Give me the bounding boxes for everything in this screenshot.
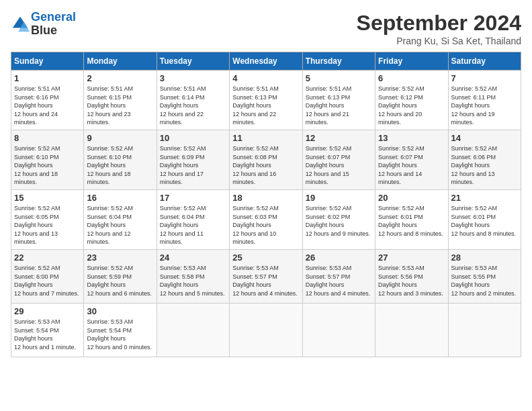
day-info-12: Sunrise: 5:52 AMSunset: 6:07 PMDaylight … bbox=[306, 144, 372, 187]
day-info-6: Sunrise: 5:52 AMSunset: 6:12 PMDaylight … bbox=[378, 85, 445, 127]
day-number-15: 15 bbox=[14, 193, 81, 203]
day-info-24: Sunrise: 5:53 AMSunset: 5:58 PMDaylight … bbox=[160, 264, 226, 298]
day-number-16: 16 bbox=[87, 193, 153, 203]
day-cell-27: 27 Sunrise: 5:53 AMSunset: 5:56 PMDaylig… bbox=[375, 249, 448, 303]
empty-cell bbox=[230, 303, 302, 357]
calendar-row: 22 Sunrise: 5:52 AMSunset: 6:00 PMDaylig… bbox=[11, 249, 521, 303]
day-cell-28: 28 Sunrise: 5:53 AMSunset: 5:55 PMDaylig… bbox=[448, 249, 521, 303]
day-info-29: Sunrise: 5:53 AMSunset: 5:54 PMDaylight … bbox=[14, 318, 81, 351]
col-wednesday: Wednesday bbox=[230, 52, 302, 71]
day-info-10: Sunrise: 5:52 AMSunset: 6:09 PMDaylight … bbox=[160, 144, 226, 187]
day-cell-5: 5 Sunrise: 5:51 AMSunset: 6:13 PMDayligh… bbox=[302, 71, 375, 130]
day-info-20: Sunrise: 5:52 AMSunset: 6:01 PMDaylight … bbox=[378, 204, 445, 238]
day-number-10: 10 bbox=[160, 133, 226, 143]
day-cell-7: 7 Sunrise: 5:52 AMSunset: 6:11 PMDayligh… bbox=[448, 71, 521, 130]
day-number-8: 8 bbox=[14, 133, 81, 143]
day-number-3: 3 bbox=[160, 73, 226, 83]
header-row: Sunday Monday Tuesday Wednesday Thursday… bbox=[11, 52, 521, 71]
day-cell-3: 3 Sunrise: 5:51 AMSunset: 6:14 PMDayligh… bbox=[157, 71, 229, 130]
day-number-11: 11 bbox=[232, 133, 299, 143]
day-cell-10: 10 Sunrise: 5:52 AMSunset: 6:09 PMDaylig… bbox=[157, 130, 229, 189]
day-cell-8: 8 Sunrise: 5:52 AMSunset: 6:10 PMDayligh… bbox=[11, 130, 84, 189]
logo-icon bbox=[11, 15, 30, 34]
day-number-18: 18 bbox=[232, 193, 299, 203]
calendar-table: Sunday Monday Tuesday Wednesday Thursday… bbox=[11, 52, 521, 357]
day-cell-26: 26 Sunrise: 5:53 AMSunset: 5:57 PMDaylig… bbox=[302, 249, 375, 303]
day-cell-29: 29 Sunrise: 5:53 AMSunset: 5:54 PMDaylig… bbox=[11, 303, 84, 357]
day-number-29: 29 bbox=[14, 306, 81, 316]
day-info-1: Sunrise: 5:51 AMSunset: 6:16 PMDaylight … bbox=[14, 85, 81, 127]
page-header: General Blue September 2024 Prang Ku, Si… bbox=[11, 11, 521, 46]
col-thursday: Thursday bbox=[302, 52, 375, 71]
day-number-21: 21 bbox=[451, 193, 518, 203]
day-cell-6: 6 Sunrise: 5:52 AMSunset: 6:12 PMDayligh… bbox=[375, 71, 448, 130]
day-info-22: Sunrise: 5:52 AMSunset: 6:00 PMDaylight … bbox=[14, 264, 81, 298]
day-number-7: 7 bbox=[451, 73, 518, 83]
col-saturday: Saturday bbox=[448, 52, 521, 71]
day-cell-12: 12 Sunrise: 5:52 AMSunset: 6:07 PMDaylig… bbox=[302, 130, 375, 189]
day-number-12: 12 bbox=[306, 133, 372, 143]
day-info-9: Sunrise: 5:52 AMSunset: 6:10 PMDaylight … bbox=[87, 144, 153, 187]
day-number-13: 13 bbox=[378, 133, 445, 143]
day-cell-17: 17 Sunrise: 5:52 AMSunset: 6:04 PMDaylig… bbox=[157, 189, 229, 249]
day-info-3: Sunrise: 5:51 AMSunset: 6:14 PMDaylight … bbox=[160, 85, 226, 127]
day-number-9: 9 bbox=[87, 133, 153, 143]
empty-cell bbox=[157, 303, 229, 357]
day-info-23: Sunrise: 5:52 AMSunset: 5:59 PMDaylight … bbox=[87, 264, 153, 298]
day-cell-16: 16 Sunrise: 5:52 AMSunset: 6:04 PMDaylig… bbox=[84, 189, 157, 249]
day-cell-14: 14 Sunrise: 5:52 AMSunset: 6:06 PMDaylig… bbox=[448, 130, 521, 189]
col-monday: Monday bbox=[84, 52, 157, 71]
day-number-24: 24 bbox=[160, 253, 226, 263]
day-cell-15: 15 Sunrise: 5:52 AMSunset: 6:05 PMDaylig… bbox=[11, 189, 84, 249]
day-cell-4: 4 Sunrise: 5:51 AMSunset: 6:13 PMDayligh… bbox=[230, 71, 302, 130]
day-cell-19: 19 Sunrise: 5:52 AMSunset: 6:02 PMDaylig… bbox=[302, 189, 375, 249]
calendar-row: 1 Sunrise: 5:51 AMSunset: 6:16 PMDayligh… bbox=[11, 71, 521, 130]
day-number-25: 25 bbox=[232, 253, 299, 263]
day-info-19: Sunrise: 5:52 AMSunset: 6:02 PMDaylight … bbox=[306, 204, 372, 238]
day-number-26: 26 bbox=[306, 253, 372, 263]
day-info-2: Sunrise: 5:51 AMSunset: 6:15 PMDaylight … bbox=[87, 85, 153, 127]
col-friday: Friday bbox=[375, 52, 448, 71]
day-cell-23: 23 Sunrise: 5:52 AMSunset: 5:59 PMDaylig… bbox=[84, 249, 157, 303]
day-info-26: Sunrise: 5:53 AMSunset: 5:57 PMDaylight … bbox=[306, 264, 372, 298]
day-cell-25: 25 Sunrise: 5:53 AMSunset: 5:57 PMDaylig… bbox=[230, 249, 302, 303]
day-cell-9: 9 Sunrise: 5:52 AMSunset: 6:10 PMDayligh… bbox=[84, 130, 157, 189]
day-info-14: Sunrise: 5:52 AMSunset: 6:06 PMDaylight … bbox=[451, 144, 518, 187]
day-number-22: 22 bbox=[14, 253, 81, 263]
empty-cell bbox=[302, 303, 375, 357]
logo: General Blue bbox=[11, 11, 76, 38]
logo-text: General Blue bbox=[31, 11, 76, 38]
day-info-4: Sunrise: 5:51 AMSunset: 6:13 PMDaylight … bbox=[232, 85, 299, 127]
day-info-28: Sunrise: 5:53 AMSunset: 5:55 PMDaylight … bbox=[451, 264, 518, 298]
day-number-17: 17 bbox=[160, 193, 226, 203]
day-cell-24: 24 Sunrise: 5:53 AMSunset: 5:58 PMDaylig… bbox=[157, 249, 229, 303]
day-info-27: Sunrise: 5:53 AMSunset: 5:56 PMDaylight … bbox=[378, 264, 445, 298]
day-info-16: Sunrise: 5:52 AMSunset: 6:04 PMDaylight … bbox=[87, 204, 153, 246]
month-title: September 2024 bbox=[357, 11, 521, 36]
day-number-19: 19 bbox=[306, 193, 372, 203]
day-cell-13: 13 Sunrise: 5:52 AMSunset: 6:07 PMDaylig… bbox=[375, 130, 448, 189]
day-info-8: Sunrise: 5:52 AMSunset: 6:10 PMDaylight … bbox=[14, 144, 81, 187]
day-info-5: Sunrise: 5:51 AMSunset: 6:13 PMDaylight … bbox=[306, 85, 372, 127]
day-number-4: 4 bbox=[232, 73, 299, 83]
calendar-row: 15 Sunrise: 5:52 AMSunset: 6:05 PMDaylig… bbox=[11, 189, 521, 249]
day-number-23: 23 bbox=[87, 253, 153, 263]
day-info-30: Sunrise: 5:53 AMSunset: 5:54 PMDaylight … bbox=[87, 318, 153, 351]
day-info-17: Sunrise: 5:52 AMSunset: 6:04 PMDaylight … bbox=[160, 204, 226, 246]
day-number-20: 20 bbox=[378, 193, 445, 203]
day-info-25: Sunrise: 5:53 AMSunset: 5:57 PMDaylight … bbox=[232, 264, 299, 298]
empty-cell bbox=[375, 303, 448, 357]
day-number-5: 5 bbox=[306, 73, 372, 83]
day-cell-11: 11 Sunrise: 5:52 AMSunset: 6:08 PMDaylig… bbox=[230, 130, 302, 189]
day-cell-30: 30 Sunrise: 5:53 AMSunset: 5:54 PMDaylig… bbox=[84, 303, 157, 357]
location-subtitle: Prang Ku, Si Sa Ket, Thailand bbox=[357, 36, 521, 46]
empty-cell bbox=[448, 303, 521, 357]
day-cell-21: 21 Sunrise: 5:52 AMSunset: 6:01 PMDaylig… bbox=[448, 189, 521, 249]
col-tuesday: Tuesday bbox=[157, 52, 229, 71]
col-sunday: Sunday bbox=[11, 52, 84, 71]
day-number-27: 27 bbox=[378, 253, 445, 263]
day-cell-18: 18 Sunrise: 5:52 AMSunset: 6:03 PMDaylig… bbox=[230, 189, 302, 249]
day-number-14: 14 bbox=[451, 133, 518, 143]
day-number-28: 28 bbox=[451, 253, 518, 263]
day-cell-1: 1 Sunrise: 5:51 AMSunset: 6:16 PMDayligh… bbox=[11, 71, 84, 130]
